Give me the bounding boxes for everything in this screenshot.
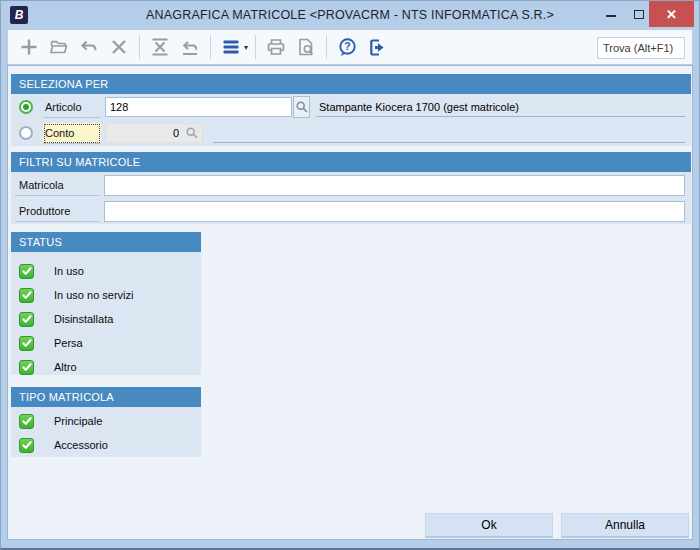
folder-icon — [48, 37, 70, 57]
conto-input[interactable]: 0 — [105, 123, 203, 143]
titlebar: B ANAGRAFICA MATRICOLE <PROVACRM - NTS I… — [1, 1, 699, 29]
conto-radio[interactable] — [19, 126, 33, 140]
persa-label: Persa — [54, 337, 83, 349]
produttore-row: Produttore — [11, 198, 691, 224]
disinstallata-checkbox[interactable] — [19, 312, 34, 327]
group-filtri-header: FILTRI SU MATRICOLE — [11, 152, 691, 172]
open-button[interactable] — [45, 33, 73, 61]
produttore-input[interactable] — [104, 201, 685, 222]
x-lines-icon — [149, 37, 171, 57]
app-window: B ANAGRAFICA MATRICOLE <PROVACRM - NTS I… — [0, 0, 700, 550]
hamburger-icon — [221, 37, 241, 57]
toolbar-separator — [210, 35, 211, 59]
maximize-button[interactable] — [627, 1, 651, 27]
check-icon — [21, 415, 33, 427]
radio-dot-icon — [23, 104, 29, 110]
delete-button[interactable] — [105, 33, 133, 61]
matricola-label: Matricola — [15, 175, 99, 196]
group-tipo-matricola-header: TIPO MATRICOLA — [11, 387, 201, 407]
close-icon: ✕ — [666, 7, 677, 22]
toolbar-separator — [255, 35, 256, 59]
undo-underline-icon — [179, 37, 201, 57]
close-button[interactable]: ✕ — [649, 1, 694, 27]
check-icon — [21, 337, 33, 349]
in-uso-no-servizi-checkbox[interactable] — [19, 288, 34, 303]
status-item: Altro — [11, 355, 201, 379]
revert-button[interactable] — [176, 33, 204, 61]
window-title: ANAGRAFICA MATRICOLE <PROVACRM - NTS INF… — [1, 1, 699, 29]
tipo-item: Principale — [11, 409, 201, 433]
group-status: STATUS In uso In uso no servizi Disinsta… — [11, 232, 201, 375]
print-preview-button[interactable] — [292, 33, 320, 61]
articolo-label: Articolo — [43, 97, 101, 118]
status-item: Disinstallata — [11, 307, 201, 331]
minimize-button[interactable] — [599, 1, 623, 27]
status-item: In uso — [11, 259, 201, 283]
in-uso-label: In uso — [54, 265, 84, 277]
check-icon — [21, 289, 33, 301]
check-icon — [21, 313, 33, 325]
altro-label: Altro — [54, 361, 77, 373]
persa-checkbox[interactable] — [19, 336, 34, 351]
disinstallata-label: Disinstallata — [54, 313, 113, 325]
x-icon — [109, 37, 129, 57]
exit-door-icon — [367, 37, 388, 58]
conto-description — [213, 123, 685, 143]
in-uso-checkbox[interactable] — [19, 264, 34, 279]
altro-checkbox[interactable] — [19, 360, 34, 375]
status-item: Persa — [11, 331, 201, 355]
group-filtri: FILTRI SU MATRICOLE Matricola Produttore — [11, 152, 691, 224]
toolbar: ▾ ? — [7, 29, 693, 65]
question-bubble-icon: ? — [337, 37, 358, 58]
minimize-icon — [606, 15, 616, 17]
undo-arrow-icon — [79, 37, 99, 57]
articolo-radio[interactable] — [19, 100, 33, 114]
search-icon — [185, 126, 199, 140]
exit-button[interactable] — [363, 33, 391, 61]
menu-dropdown-caret-icon[interactable]: ▾ — [244, 43, 248, 52]
cancel-button[interactable]: Annulla — [561, 513, 689, 538]
principale-label: Principale — [54, 415, 102, 427]
help-button[interactable]: ? — [333, 33, 361, 61]
accessorio-label: Accessorio — [54, 439, 108, 451]
menu-button[interactable] — [217, 33, 245, 61]
articolo-description: Stampante Kiocera 1700 (gest matricole) — [316, 97, 685, 117]
toolbar-separator — [139, 35, 140, 59]
group-tipo-matricola: TIPO MATRICOLA Principale Accessorio — [11, 387, 201, 457]
tipo-item: Accessorio — [11, 433, 201, 457]
accessorio-checkbox[interactable] — [19, 438, 34, 453]
print-button[interactable] — [262, 33, 290, 61]
printer-icon — [265, 37, 287, 57]
conto-row: Conto 0 — [11, 120, 691, 146]
status-item: In uso no servizi — [11, 283, 201, 307]
matricola-row: Matricola — [11, 172, 691, 198]
group-seleziona-per: SELEZIONA PER Articolo Stampante Kiocera… — [11, 74, 691, 146]
articolo-search-button[interactable] — [293, 96, 310, 118]
matricola-input[interactable] — [104, 175, 685, 196]
articolo-input[interactable] — [105, 97, 292, 117]
search-icon — [295, 100, 309, 114]
conto-value: 0 — [106, 127, 182, 139]
produttore-label: Produttore — [15, 201, 99, 222]
ok-button[interactable]: Ok — [425, 513, 553, 538]
group-status-header: STATUS — [11, 232, 201, 252]
svg-text:?: ? — [344, 40, 350, 52]
check-icon — [21, 361, 33, 373]
articolo-row: Articolo Stampante Kiocera 1700 (gest ma… — [11, 94, 691, 120]
check-icon — [21, 439, 33, 451]
check-icon — [21, 265, 33, 277]
maximize-icon — [634, 10, 644, 19]
plus-icon — [19, 37, 39, 57]
toolbar-separator — [326, 35, 327, 59]
in-uso-no-servizi-label: In uso no servizi — [54, 289, 133, 301]
find-input[interactable] — [597, 37, 685, 59]
abort-button[interactable] — [146, 33, 174, 61]
undo-button[interactable] — [75, 33, 103, 61]
group-seleziona-per-header: SELEZIONA PER — [11, 74, 691, 94]
new-button[interactable] — [15, 33, 43, 61]
page-magnifier-icon — [296, 37, 316, 57]
conto-label: Conto — [43, 123, 101, 144]
dialog-body: SELEZIONA PER Articolo Stampante Kiocera… — [7, 65, 693, 540]
principale-checkbox[interactable] — [19, 414, 34, 429]
